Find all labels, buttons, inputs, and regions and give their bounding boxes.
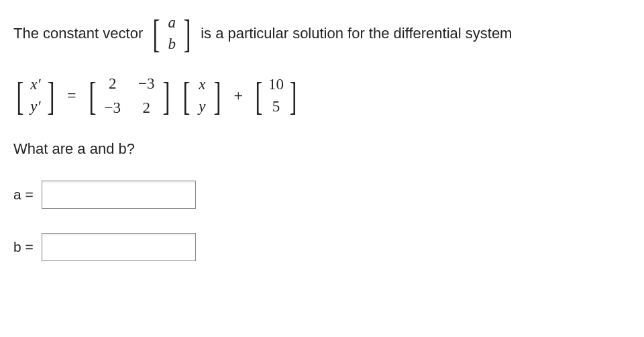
- equals-sign: =: [64, 87, 79, 105]
- lhs-y-prime: y′: [30, 96, 42, 117]
- right-bracket-icon: ]: [289, 76, 297, 116]
- xvec-y: y: [196, 96, 208, 117]
- b-input[interactable]: [42, 233, 196, 261]
- lhs-x-prime: x′: [30, 74, 42, 95]
- answer-b-row: b =: [13, 233, 631, 261]
- xvec-x: x: [196, 74, 208, 95]
- differential-system-equation: [ x′ y′ ] = [ 2 −3 −3 2 ] [ x y ] + [ 10…: [13, 74, 631, 117]
- right-bracket-icon: ]: [214, 76, 221, 116]
- right-bracket-icon: ]: [47, 76, 54, 116]
- vec-entry-a: a: [166, 12, 178, 34]
- right-bracket-icon: ]: [184, 13, 191, 54]
- intro-text-before: The constant vector: [13, 25, 143, 42]
- lhs-vector: [ x′ y′ ]: [13, 74, 58, 117]
- left-bracket-icon: [: [89, 76, 96, 116]
- f-top: 10: [268, 74, 284, 95]
- forcing-vector: [ 10 5 ]: [252, 74, 300, 117]
- b-label: b =: [13, 239, 34, 255]
- xy-vector: [ x y ]: [180, 74, 224, 117]
- intro-text-after: is a particular solution for the differe…: [201, 25, 512, 42]
- right-bracket-icon: ]: [163, 76, 170, 116]
- matrix-r2c1: −3: [105, 99, 121, 117]
- matrix-r2c2: 2: [138, 99, 154, 117]
- left-bracket-icon: [: [183, 76, 191, 116]
- a-input[interactable]: [42, 181, 196, 209]
- matrix-r1c2: −3: [138, 75, 154, 93]
- constant-vector: [ a b ]: [150, 12, 194, 55]
- f-bottom: 5: [270, 96, 282, 117]
- question-text: What are a and b?: [13, 140, 631, 158]
- plus-sign: +: [231, 87, 246, 105]
- problem-intro-line: The constant vector [ a b ] is a particu…: [13, 12, 631, 55]
- matrix-r1c1: 2: [105, 75, 121, 93]
- answer-a-row: a =: [13, 181, 631, 209]
- vec-entry-b: b: [166, 34, 178, 55]
- left-bracket-icon: [: [153, 13, 160, 54]
- a-label: a =: [13, 187, 34, 203]
- coefficient-matrix: [ 2 −3 −3 2 ]: [86, 75, 174, 117]
- left-bracket-icon: [: [16, 76, 23, 116]
- left-bracket-icon: [: [255, 76, 262, 116]
